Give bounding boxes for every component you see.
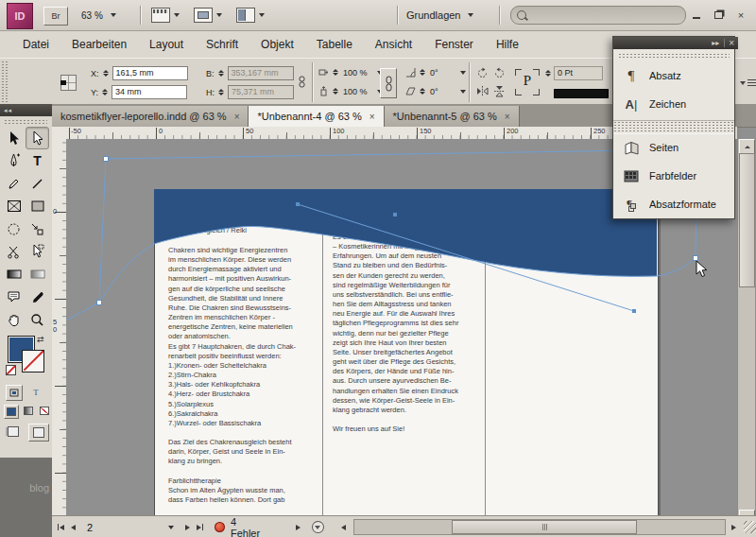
apply-color-button[interactable] xyxy=(4,405,19,419)
menu-item-ansicht[interactable]: Ansicht xyxy=(364,34,423,55)
rectangle-tool[interactable] xyxy=(26,196,48,217)
scale-y-stepper[interactable] xyxy=(332,88,339,95)
menu-item-hilfe[interactable]: Hilfe xyxy=(485,34,530,55)
panel-button-absatz[interactable]: ¶ Absatz xyxy=(613,62,744,89)
preflight-error-icon[interactable] xyxy=(215,522,225,532)
frame-tool[interactable] xyxy=(3,196,25,217)
position-tool[interactable] xyxy=(26,241,48,262)
tab-kosmetikflyer[interactable]: kosmetikflyer-leporello.indd @ 63 % xyxy=(52,106,249,127)
height-field[interactable]: 75,371 mm xyxy=(228,85,294,99)
pen-tool[interactable] xyxy=(3,150,25,171)
stroke-style-preview[interactable] xyxy=(554,89,609,98)
apply-none-button[interactable] xyxy=(38,405,51,417)
stroke-weight-field[interactable]: 0 Pt xyxy=(554,66,603,80)
x-position-field[interactable]: 161,5 mm xyxy=(112,66,188,80)
note-tool[interactable] xyxy=(3,286,25,307)
close-tab-icon[interactable] xyxy=(505,112,510,122)
rotation-stepper[interactable] xyxy=(419,69,426,76)
dock-drag-handle[interactable] xyxy=(618,53,730,60)
selection-tool[interactable] xyxy=(3,128,25,148)
formatting-affects-text-button[interactable]: T xyxy=(28,385,43,399)
flip-horizontal-button[interactable] xyxy=(476,85,489,97)
tools-drag-handle[interactable] xyxy=(4,119,47,125)
width-stepper[interactable] xyxy=(217,70,225,77)
width-field[interactable]: 353,167 mm xyxy=(228,66,294,80)
rotate-cw-button[interactable] xyxy=(476,67,489,79)
window-resize-grip[interactable] xyxy=(744,521,756,533)
screen-mode-button[interactable] xyxy=(194,7,222,24)
vertical-ruler[interactable]: 0 5 0 xyxy=(52,139,67,525)
page-number-field[interactable]: 2 xyxy=(87,522,93,533)
ruler-origin-box[interactable] xyxy=(52,127,67,140)
free-transform-tool[interactable] xyxy=(3,218,25,239)
normal-view-button[interactable] xyxy=(4,424,23,440)
page-dropdown-icon[interactable] xyxy=(168,526,174,529)
close-dock-icon[interactable]: × xyxy=(724,39,734,47)
stroke-weight-stepper[interactable] xyxy=(544,70,552,77)
pencil-tool[interactable] xyxy=(3,173,25,194)
type-tool[interactable]: T xyxy=(26,150,48,171)
menu-item-layout[interactable]: Layout xyxy=(138,34,195,55)
close-button[interactable]: × xyxy=(734,9,747,21)
reference-point-proxy[interactable] xyxy=(60,75,77,91)
rotation-value[interactable]: 0° xyxy=(428,68,458,78)
panel-button-seiten[interactable]: Seiten xyxy=(613,134,744,161)
menu-item-objekt[interactable]: Objekt xyxy=(249,34,305,55)
scale-tool[interactable] xyxy=(26,218,48,239)
text-column-2-body[interactable]: Es erwartet Sie ein kompetentes – Kosmet… xyxy=(333,233,486,434)
first-page-button[interactable] xyxy=(58,524,64,530)
eyedropper-tool[interactable] xyxy=(26,286,48,307)
preflight-menu-icon[interactable] xyxy=(312,521,324,533)
height-stepper[interactable] xyxy=(217,89,225,95)
x-stepper[interactable] xyxy=(102,70,110,77)
zoom-tool[interactable] xyxy=(26,309,48,330)
next-page-button[interactable] xyxy=(185,525,190,530)
menu-item-schrift[interactable]: Schrift xyxy=(195,34,249,55)
horizontal-scrollbar-thumb[interactable] xyxy=(452,520,637,534)
dock-group-divider[interactable] xyxy=(613,120,734,134)
panel-dock-header[interactable]: ▸▸ × xyxy=(613,37,738,49)
zoom-level-dropdown[interactable]: 63 % xyxy=(81,8,130,23)
menu-item-tabelle[interactable]: Tabelle xyxy=(305,34,364,55)
stroke-color-swatch[interactable] xyxy=(22,350,44,372)
tools-panel-header[interactable]: ◂◂ xyxy=(0,104,56,116)
tab-unbenannt-5[interactable]: *Unbenannt-5 @ 63 % xyxy=(385,106,520,127)
menu-item-datei[interactable]: Datei xyxy=(11,34,60,55)
text-column-1[interactable]: Chakrenausgleich / Reiki xyxy=(168,226,319,235)
last-page-button[interactable] xyxy=(197,524,203,530)
preflight-expand-button[interactable] xyxy=(296,525,301,530)
tab-unbenannt-4[interactable]: *Unbenannt-4 @ 63 % xyxy=(249,106,384,127)
horizontal-scrollbar[interactable] xyxy=(353,519,726,535)
bridge-button[interactable]: Br xyxy=(43,7,68,26)
y-stepper[interactable] xyxy=(101,89,109,95)
menu-item-bearbeiten[interactable]: Bearbeiten xyxy=(60,34,138,55)
preview-view-button[interactable] xyxy=(28,424,49,442)
formatting-affects-container-button[interactable] xyxy=(6,385,23,401)
search-box[interactable] xyxy=(510,6,686,25)
menu-item-fenster[interactable]: Fenster xyxy=(423,34,485,55)
scale-x-value[interactable]: 100 % xyxy=(341,68,375,78)
shear-value[interactable]: 0° xyxy=(428,87,458,96)
expand-panels-icon[interactable]: ▸▸ xyxy=(712,39,719,47)
gradient-feather-tool[interactable] xyxy=(26,264,48,285)
chevron-down-icon[interactable] xyxy=(460,90,466,94)
close-tab-icon[interactable] xyxy=(234,112,240,122)
close-tab-icon[interactable] xyxy=(369,112,375,122)
panel-button-farbfelder[interactable]: Farbfelder xyxy=(613,163,744,189)
scale-x-stepper[interactable] xyxy=(332,69,339,76)
panel-button-zeichen[interactable]: A| Zeichen xyxy=(613,91,744,117)
panel-drag-handle[interactable] xyxy=(1,61,8,102)
panel-button-absatzformate[interactable]: ¶ Absatzformate xyxy=(613,191,744,217)
text-column-1-body[interactable]: Chakren sind wichtige Energiezentren im … xyxy=(168,246,321,505)
default-fill-stroke-icon[interactable] xyxy=(6,365,16,375)
apply-gradient-button[interactable] xyxy=(22,405,35,417)
gradient-tool[interactable] xyxy=(3,264,25,285)
workspace-switcher[interactable]: Grundlagen xyxy=(406,8,473,23)
y-position-field[interactable]: 34 mm xyxy=(112,85,187,99)
scale-y-value[interactable]: 100 % xyxy=(341,87,375,96)
arrange-documents-button[interactable] xyxy=(236,7,265,24)
restore-button[interactable] xyxy=(712,9,725,21)
rotate-ccw-button[interactable] xyxy=(493,67,506,79)
previous-page-button[interactable] xyxy=(71,525,76,530)
constrain-dimensions-icon[interactable] xyxy=(296,76,308,88)
